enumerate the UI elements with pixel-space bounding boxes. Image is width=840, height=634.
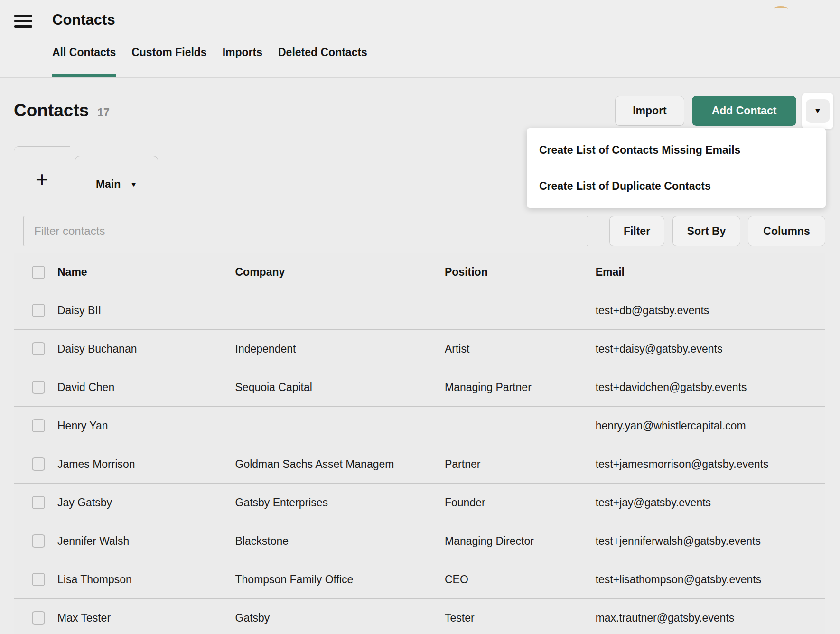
row-checkbox[interactable] — [32, 534, 45, 548]
contact-position: Managing Director — [445, 535, 534, 548]
contact-company: Thompson Family Office — [235, 573, 354, 586]
row-checkbox[interactable] — [32, 342, 45, 355]
contact-email: henry.yan@whistlercapital.com — [596, 420, 746, 432]
contact-email: test+lisathompson@gatsby.events — [596, 573, 762, 586]
table-row[interactable]: Daisy Buchanan Independent Artist test+d… — [14, 330, 825, 368]
contact-company: Blackstone — [235, 535, 289, 548]
contact-position: Artist — [445, 343, 469, 355]
contact-company: Gatsby Enterprises — [235, 496, 328, 509]
add-view-button[interactable]: + — [14, 146, 70, 212]
column-header-email: Email — [596, 266, 625, 279]
menu-item-create-list-duplicate-contacts[interactable]: Create List of Duplicate Contacts — [527, 168, 826, 204]
contact-email: test+davidchen@gatsby.events — [596, 381, 747, 394]
tab-imports[interactable]: Imports — [223, 46, 262, 77]
app-title: Contacts — [52, 11, 115, 28]
contact-email: test+db@gatsby.events — [596, 304, 709, 317]
add-contact-caret-button[interactable]: ▼ — [806, 99, 830, 123]
contact-position: CEO — [445, 573, 468, 586]
page-heading: Contacts 17 — [14, 101, 110, 121]
decorative-arc — [774, 6, 788, 11]
plus-icon: + — [36, 168, 48, 190]
hamburger-menu-icon[interactable] — [14, 15, 33, 29]
contact-position: Tester — [445, 612, 475, 625]
add-contact-dropdown-menu: Create List of Contacts Missing Emails C… — [527, 128, 826, 208]
row-checkbox[interactable] — [32, 419, 45, 432]
contact-email: test+jamesmorrison@gatsby.events — [596, 458, 769, 471]
contact-name: Max Tester — [57, 612, 111, 625]
contact-company: Gatsby — [235, 612, 270, 625]
column-header-name: Name — [57, 266, 87, 279]
view-tab-label: Main — [96, 178, 121, 191]
row-checkbox[interactable] — [32, 304, 45, 317]
contact-position: Managing Partner — [445, 381, 532, 394]
contact-company: Independent — [235, 343, 296, 355]
contact-name: James Morrison — [57, 458, 135, 471]
contact-name: Daisy Buchanan — [57, 343, 137, 355]
table-row[interactable]: Max Tester Gatsby Tester max.trautner@ga… — [14, 599, 825, 634]
contact-count-badge: 17 — [97, 106, 110, 119]
import-button[interactable]: Import — [615, 96, 684, 126]
contact-name: Daisy BII — [57, 304, 101, 317]
contact-name: Jennifer Walsh — [57, 535, 129, 548]
table-row[interactable]: James Morrison Goldman Sachs Asset Manag… — [14, 445, 825, 484]
contact-email: test+daisy@gatsby.events — [596, 343, 723, 355]
table-header-row: Name Company Position Email — [14, 253, 825, 291]
page-title: Contacts — [14, 101, 89, 121]
add-contact-menu-anchor: ▼ — [802, 93, 833, 129]
contact-company: Goldman Sachs Asset Managem — [235, 458, 394, 471]
table-row[interactable]: Jay Gatsby Gatsby Enterprises Founder te… — [14, 484, 825, 522]
table-row[interactable]: Daisy BII test+db@gatsby.events — [14, 291, 825, 330]
contact-name: David Chen — [57, 381, 114, 394]
table-row[interactable]: David Chen Sequoia Capital Managing Part… — [14, 368, 825, 407]
contact-name: Lisa Thompson — [57, 573, 132, 586]
sort-by-button[interactable]: Sort By — [672, 216, 740, 246]
row-checkbox[interactable] — [32, 611, 45, 625]
view-tab-main[interactable]: Main ▼ — [75, 156, 158, 212]
select-all-checkbox[interactable] — [32, 266, 45, 279]
row-checkbox[interactable] — [32, 573, 45, 586]
menu-item-create-list-missing-emails[interactable]: Create List of Contacts Missing Emails — [527, 132, 826, 168]
chevron-down-icon: ▼ — [130, 180, 137, 188]
header-tabs: All Contacts Custom Fields Imports Delet… — [52, 46, 367, 77]
row-checkbox[interactable] — [32, 457, 45, 471]
row-checkbox[interactable] — [32, 381, 45, 394]
contact-email: test+jenniferwalsh@gatsby.events — [596, 535, 761, 548]
add-contact-button[interactable]: Add Contact — [692, 96, 796, 126]
contact-company: Sequoia Capital — [235, 381, 312, 394]
contact-position: Founder — [445, 496, 485, 509]
filter-button[interactable]: Filter — [609, 216, 664, 246]
tab-custom-fields[interactable]: Custom Fields — [131, 46, 206, 77]
row-checkbox[interactable] — [32, 496, 45, 509]
contact-email: max.trautner@gatsby.events — [596, 612, 735, 625]
contact-email: test+jay@gatsby.events — [596, 496, 711, 509]
app-header: Contacts All Contacts Custom Fields Impo… — [0, 0, 840, 78]
table-row[interactable]: Henry Yan henry.yan@whistlercapital.com — [14, 407, 825, 445]
tab-deleted-contacts[interactable]: Deleted Contacts — [278, 46, 367, 77]
column-header-company: Company — [235, 266, 285, 279]
chevron-down-icon: ▼ — [814, 106, 822, 116]
filter-contacts-input[interactable] — [23, 216, 588, 246]
columns-button[interactable]: Columns — [748, 216, 825, 246]
table-row[interactable]: Jennifer Walsh Blackstone Managing Direc… — [14, 522, 825, 560]
contact-position: Partner — [445, 458, 480, 471]
column-header-position: Position — [445, 266, 488, 279]
contact-name: Jay Gatsby — [57, 496, 112, 509]
table-row[interactable]: Lisa Thompson Thompson Family Office CEO… — [14, 560, 825, 599]
contact-name: Henry Yan — [57, 420, 108, 432]
tab-all-contacts[interactable]: All Contacts — [52, 46, 116, 77]
contacts-table: Name Company Position Email Daisy BII te… — [14, 253, 825, 634]
